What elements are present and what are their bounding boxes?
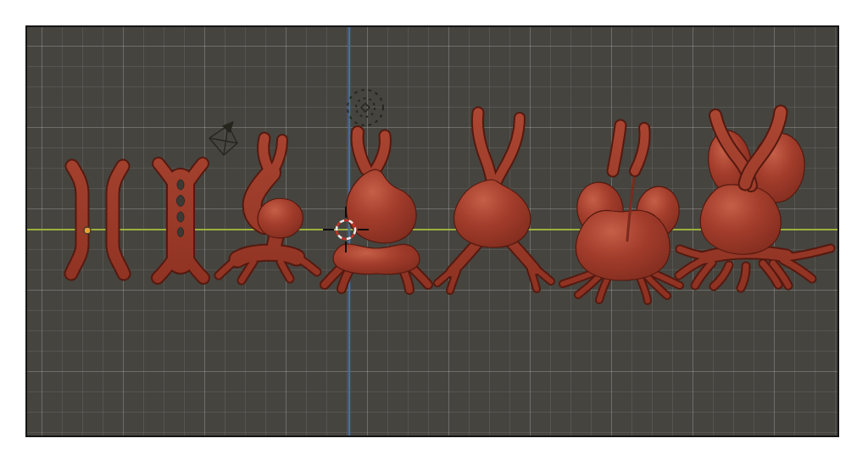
stage-4-early-chambers[interactable] <box>325 132 428 290</box>
stage-3-looping-tube[interactable] <box>219 138 317 280</box>
stage-5-looped-heart[interactable] <box>437 113 551 291</box>
empty-sphere-icon[interactable] <box>348 90 383 125</box>
object-origin-dot <box>84 227 91 234</box>
stage-2-fusing-tube[interactable] <box>158 164 203 278</box>
stage-6-chambered-heart[interactable] <box>563 125 682 301</box>
stage-1-paired-tubes[interactable] <box>71 166 124 274</box>
stage-7-mature-heart[interactable] <box>679 112 831 288</box>
viewport-scene <box>27 27 837 435</box>
blender-3d-viewport[interactable] <box>25 25 839 437</box>
camera-object-icon[interactable] <box>209 122 237 155</box>
page: { "scene": { "page_background": "#ffffff… <box>0 0 868 466</box>
